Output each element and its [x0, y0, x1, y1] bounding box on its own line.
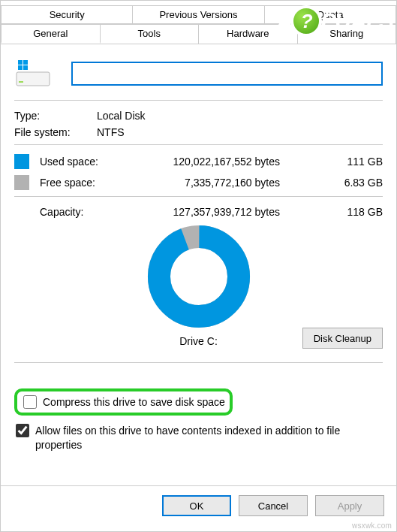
- separator: [14, 362, 383, 363]
- compress-label[interactable]: Compress this drive to save disk space: [43, 394, 225, 410]
- tab-strip: Security Previous Versions Quota General…: [1, 1, 396, 44]
- separator: [14, 100, 383, 101]
- free-space-bytes: 7,335,772,160 bytes: [130, 177, 280, 189]
- used-space-label: Used space:: [40, 156, 130, 168]
- svg-rect-3: [18, 60, 23, 65]
- tab-previous-versions[interactable]: Previous Versions: [133, 5, 264, 23]
- svg-point-8: [158, 237, 238, 316]
- tab-general[interactable]: General: [1, 24, 101, 44]
- used-space-swatch: [14, 154, 29, 169]
- filesystem-label: File system:: [14, 126, 97, 138]
- drive-properties-window: Security Previous Versions Quota General…: [0, 0, 397, 532]
- separator: [14, 144, 383, 145]
- cancel-button[interactable]: Cancel: [239, 495, 308, 516]
- tab-quota[interactable]: Quota: [265, 5, 396, 23]
- free-space-label: Free space:: [40, 177, 130, 189]
- svg-rect-5: [18, 65, 23, 70]
- compress-checkbox[interactable]: [23, 395, 37, 409]
- apply-button[interactable]: Apply: [315, 495, 384, 516]
- indexing-label[interactable]: Allow files on this drive to have conten…: [35, 423, 383, 452]
- filesystem-value: NTFS: [97, 126, 125, 138]
- tab-hardware[interactable]: Hardware: [199, 24, 298, 44]
- ok-button[interactable]: OK: [162, 495, 231, 516]
- svg-rect-1: [19, 81, 23, 83]
- donut-caption: Drive C:: [179, 335, 218, 347]
- capacity-bytes: 127,357,939,712 bytes: [130, 206, 280, 218]
- used-space-human: 111 GB: [280, 156, 383, 168]
- tab-sharing[interactable]: Sharing: [298, 24, 397, 44]
- free-space-human: 6.83 GB: [280, 177, 383, 189]
- capacity-donut-chart: [146, 224, 251, 329]
- free-space-swatch: [14, 175, 29, 190]
- dialog-button-bar: OK Cancel Apply wsxwk.com: [1, 485, 396, 531]
- type-value: Local Disk: [97, 110, 146, 122]
- tab-tools[interactable]: Tools: [101, 24, 200, 44]
- drive-name-input[interactable]: [71, 62, 383, 86]
- drive-icon: [14, 58, 52, 89]
- used-space-bytes: 120,022,167,552 bytes: [130, 156, 280, 168]
- svg-rect-6: [23, 65, 28, 70]
- capacity-human: 118 GB: [280, 206, 383, 218]
- capacity-label: Capacity:: [40, 206, 130, 218]
- source-watermark: wsxwk.com: [352, 521, 392, 530]
- svg-rect-0: [17, 72, 50, 86]
- separator: [14, 196, 383, 197]
- tab-security[interactable]: Security: [1, 5, 133, 23]
- indexing-checkbox[interactable]: [16, 424, 29, 437]
- type-label: Type:: [14, 110, 97, 122]
- svg-rect-4: [23, 60, 28, 65]
- compress-highlight: Compress this drive to save disk space: [14, 388, 233, 416]
- general-tab-pane: Type: Local Disk File system: NTFS Used …: [1, 44, 396, 485]
